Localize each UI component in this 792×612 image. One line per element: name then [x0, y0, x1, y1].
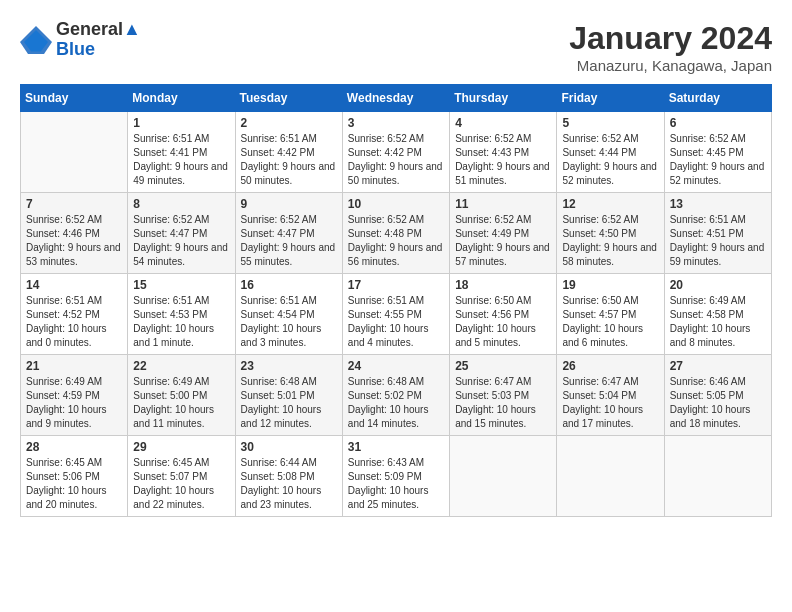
day-number: 9	[241, 197, 337, 211]
day-info: Sunrise: 6:44 AM Sunset: 5:08 PM Dayligh…	[241, 456, 337, 512]
calendar-cell: 18Sunrise: 6:50 AM Sunset: 4:56 PM Dayli…	[450, 274, 557, 355]
day-info: Sunrise: 6:47 AM Sunset: 5:04 PM Dayligh…	[562, 375, 658, 431]
day-info: Sunrise: 6:51 AM Sunset: 4:53 PM Dayligh…	[133, 294, 229, 350]
day-info: Sunrise: 6:49 AM Sunset: 4:59 PM Dayligh…	[26, 375, 122, 431]
day-info: Sunrise: 6:51 AM Sunset: 4:51 PM Dayligh…	[670, 213, 766, 269]
day-info: Sunrise: 6:52 AM Sunset: 4:43 PM Dayligh…	[455, 132, 551, 188]
calendar-cell: 9Sunrise: 6:52 AM Sunset: 4:47 PM Daylig…	[235, 193, 342, 274]
calendar-cell: 16Sunrise: 6:51 AM Sunset: 4:54 PM Dayli…	[235, 274, 342, 355]
day-info: Sunrise: 6:52 AM Sunset: 4:44 PM Dayligh…	[562, 132, 658, 188]
calendar-cell: 3Sunrise: 6:52 AM Sunset: 4:42 PM Daylig…	[342, 112, 449, 193]
weekday-header-sunday: Sunday	[21, 85, 128, 112]
day-info: Sunrise: 6:52 AM Sunset: 4:47 PM Dayligh…	[241, 213, 337, 269]
calendar-cell: 10Sunrise: 6:52 AM Sunset: 4:48 PM Dayli…	[342, 193, 449, 274]
day-info: Sunrise: 6:52 AM Sunset: 4:45 PM Dayligh…	[670, 132, 766, 188]
calendar-cell: 21Sunrise: 6:49 AM Sunset: 4:59 PM Dayli…	[21, 355, 128, 436]
calendar-cell: 8Sunrise: 6:52 AM Sunset: 4:47 PM Daylig…	[128, 193, 235, 274]
logo: General▲ Blue	[20, 20, 141, 60]
calendar-cell: 31Sunrise: 6:43 AM Sunset: 5:09 PM Dayli…	[342, 436, 449, 517]
day-number: 14	[26, 278, 122, 292]
calendar-cell: 6Sunrise: 6:52 AM Sunset: 4:45 PM Daylig…	[664, 112, 771, 193]
day-number: 2	[241, 116, 337, 130]
day-info: Sunrise: 6:51 AM Sunset: 4:55 PM Dayligh…	[348, 294, 444, 350]
day-number: 23	[241, 359, 337, 373]
day-info: Sunrise: 6:52 AM Sunset: 4:49 PM Dayligh…	[455, 213, 551, 269]
weekday-header-thursday: Thursday	[450, 85, 557, 112]
day-info: Sunrise: 6:45 AM Sunset: 5:06 PM Dayligh…	[26, 456, 122, 512]
day-number: 28	[26, 440, 122, 454]
day-info: Sunrise: 6:47 AM Sunset: 5:03 PM Dayligh…	[455, 375, 551, 431]
calendar-cell	[664, 436, 771, 517]
calendar-cell: 28Sunrise: 6:45 AM Sunset: 5:06 PM Dayli…	[21, 436, 128, 517]
day-number: 6	[670, 116, 766, 130]
day-number: 30	[241, 440, 337, 454]
calendar-cell: 11Sunrise: 6:52 AM Sunset: 4:49 PM Dayli…	[450, 193, 557, 274]
day-info: Sunrise: 6:48 AM Sunset: 5:02 PM Dayligh…	[348, 375, 444, 431]
day-number: 15	[133, 278, 229, 292]
calendar-cell: 27Sunrise: 6:46 AM Sunset: 5:05 PM Dayli…	[664, 355, 771, 436]
calendar-cell: 29Sunrise: 6:45 AM Sunset: 5:07 PM Dayli…	[128, 436, 235, 517]
logo-icon	[20, 26, 52, 54]
day-number: 11	[455, 197, 551, 211]
calendar-cell: 19Sunrise: 6:50 AM Sunset: 4:57 PM Dayli…	[557, 274, 664, 355]
day-info: Sunrise: 6:46 AM Sunset: 5:05 PM Dayligh…	[670, 375, 766, 431]
day-number: 20	[670, 278, 766, 292]
day-number: 10	[348, 197, 444, 211]
day-number: 21	[26, 359, 122, 373]
calendar-cell: 23Sunrise: 6:48 AM Sunset: 5:01 PM Dayli…	[235, 355, 342, 436]
calendar-cell: 7Sunrise: 6:52 AM Sunset: 4:46 PM Daylig…	[21, 193, 128, 274]
calendar-cell: 17Sunrise: 6:51 AM Sunset: 4:55 PM Dayli…	[342, 274, 449, 355]
day-number: 8	[133, 197, 229, 211]
day-info: Sunrise: 6:51 AM Sunset: 4:52 PM Dayligh…	[26, 294, 122, 350]
day-number: 7	[26, 197, 122, 211]
day-number: 22	[133, 359, 229, 373]
calendar-cell: 4Sunrise: 6:52 AM Sunset: 4:43 PM Daylig…	[450, 112, 557, 193]
calendar-cell	[557, 436, 664, 517]
day-number: 1	[133, 116, 229, 130]
day-number: 27	[670, 359, 766, 373]
day-number: 31	[348, 440, 444, 454]
calendar-cell: 22Sunrise: 6:49 AM Sunset: 5:00 PM Dayli…	[128, 355, 235, 436]
day-number: 12	[562, 197, 658, 211]
day-info: Sunrise: 6:45 AM Sunset: 5:07 PM Dayligh…	[133, 456, 229, 512]
day-info: Sunrise: 6:50 AM Sunset: 4:56 PM Dayligh…	[455, 294, 551, 350]
calendar-cell: 26Sunrise: 6:47 AM Sunset: 5:04 PM Dayli…	[557, 355, 664, 436]
logo-text: General▲ Blue	[56, 20, 141, 60]
day-info: Sunrise: 6:43 AM Sunset: 5:09 PM Dayligh…	[348, 456, 444, 512]
day-number: 13	[670, 197, 766, 211]
calendar-cell	[21, 112, 128, 193]
weekday-header-saturday: Saturday	[664, 85, 771, 112]
day-number: 4	[455, 116, 551, 130]
calendar-cell: 20Sunrise: 6:49 AM Sunset: 4:58 PM Dayli…	[664, 274, 771, 355]
day-number: 16	[241, 278, 337, 292]
calendar-cell: 25Sunrise: 6:47 AM Sunset: 5:03 PM Dayli…	[450, 355, 557, 436]
day-info: Sunrise: 6:51 AM Sunset: 4:54 PM Dayligh…	[241, 294, 337, 350]
calendar-cell: 13Sunrise: 6:51 AM Sunset: 4:51 PM Dayli…	[664, 193, 771, 274]
location-title: Manazuru, Kanagawa, Japan	[569, 57, 772, 74]
day-number: 18	[455, 278, 551, 292]
day-number: 17	[348, 278, 444, 292]
calendar-cell: 5Sunrise: 6:52 AM Sunset: 4:44 PM Daylig…	[557, 112, 664, 193]
weekday-header-friday: Friday	[557, 85, 664, 112]
day-number: 5	[562, 116, 658, 130]
day-info: Sunrise: 6:52 AM Sunset: 4:46 PM Dayligh…	[26, 213, 122, 269]
calendar-cell: 14Sunrise: 6:51 AM Sunset: 4:52 PM Dayli…	[21, 274, 128, 355]
day-number: 25	[455, 359, 551, 373]
calendar-cell: 30Sunrise: 6:44 AM Sunset: 5:08 PM Dayli…	[235, 436, 342, 517]
day-number: 24	[348, 359, 444, 373]
weekday-header-monday: Monday	[128, 85, 235, 112]
day-info: Sunrise: 6:50 AM Sunset: 4:57 PM Dayligh…	[562, 294, 658, 350]
day-info: Sunrise: 6:51 AM Sunset: 4:41 PM Dayligh…	[133, 132, 229, 188]
day-info: Sunrise: 6:49 AM Sunset: 5:00 PM Dayligh…	[133, 375, 229, 431]
calendar-cell: 12Sunrise: 6:52 AM Sunset: 4:50 PM Dayli…	[557, 193, 664, 274]
calendar-cell: 15Sunrise: 6:51 AM Sunset: 4:53 PM Dayli…	[128, 274, 235, 355]
day-info: Sunrise: 6:52 AM Sunset: 4:48 PM Dayligh…	[348, 213, 444, 269]
day-info: Sunrise: 6:52 AM Sunset: 4:47 PM Dayligh…	[133, 213, 229, 269]
day-info: Sunrise: 6:49 AM Sunset: 4:58 PM Dayligh…	[670, 294, 766, 350]
calendar-cell	[450, 436, 557, 517]
month-title: January 2024	[569, 20, 772, 57]
calendar-cell: 24Sunrise: 6:48 AM Sunset: 5:02 PM Dayli…	[342, 355, 449, 436]
day-number: 3	[348, 116, 444, 130]
day-info: Sunrise: 6:52 AM Sunset: 4:50 PM Dayligh…	[562, 213, 658, 269]
day-number: 26	[562, 359, 658, 373]
